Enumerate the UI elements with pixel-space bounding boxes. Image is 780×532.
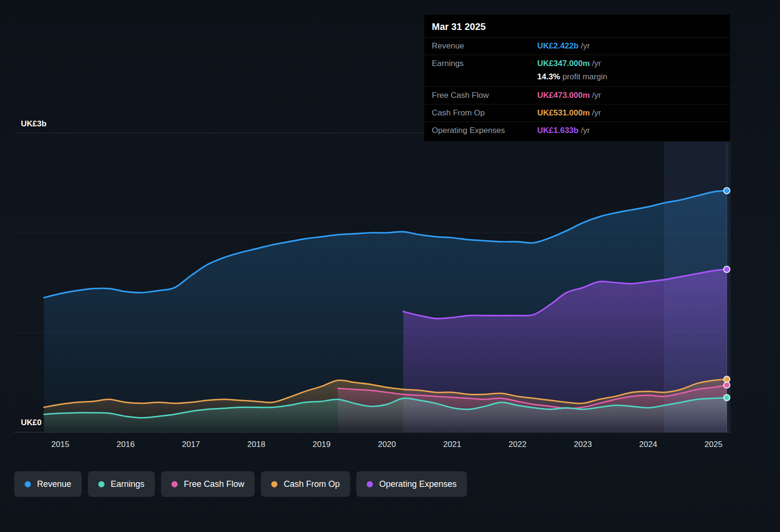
legend-item-operating-expenses[interactable]: Operating Expenses xyxy=(356,471,467,497)
endpoint-dot-operating-expenses xyxy=(724,266,730,273)
tooltip-suffix-earnings: /yr xyxy=(590,59,601,68)
x-axis-label-2022: 2022 xyxy=(499,440,537,449)
y-axis-label-bottom: UK£0 xyxy=(21,418,41,428)
legend-label-free-cash-flow: Free Cash Flow xyxy=(184,479,244,489)
legend-item-earnings[interactable]: Earnings xyxy=(88,471,155,497)
endpoint-dot-free-cash-flow xyxy=(724,382,730,388)
x-axis-label-2018: 2018 xyxy=(238,440,276,449)
legend-item-free-cash-flow[interactable]: Free Cash Flow xyxy=(161,471,255,497)
tooltip-row-revenue: Revenue UK£2.422b /yr xyxy=(424,37,730,55)
highlight-band-overlay xyxy=(665,133,731,432)
legend-label-earnings: Earnings xyxy=(111,479,144,489)
tooltip-label-earnings: Earnings xyxy=(432,59,537,68)
tooltip-label-operating-expenses: Operating Expenses xyxy=(432,126,537,135)
legend-item-revenue[interactable]: Revenue xyxy=(14,471,82,497)
legend-dot-cash-from-op xyxy=(271,481,277,487)
tooltip-suffix-revenue: /yr xyxy=(579,41,590,50)
x-axis-label-2025: 2025 xyxy=(694,440,732,449)
x-axis-label-2017: 2017 xyxy=(172,440,210,449)
legend-dot-free-cash-flow xyxy=(171,481,178,487)
tooltip-suffix-profit-margin: profit margin xyxy=(560,72,607,81)
tooltip-label-cash-from-op: Cash From Op xyxy=(432,108,537,118)
chart-legend: Revenue Earnings Free Cash Flow Cash Fro… xyxy=(14,471,467,497)
legend-label-operating-expenses: Operating Expenses xyxy=(379,479,457,489)
x-axis-label-2019: 2019 xyxy=(303,440,341,449)
tooltip-row-cash-from-op: Cash From Op UK£531.000m /yr xyxy=(424,104,730,122)
x-axis-label-2016: 2016 xyxy=(107,440,145,449)
x-axis-label-2023: 2023 xyxy=(564,440,602,449)
tooltip-value-profit-margin: 14.3% xyxy=(537,72,560,81)
x-axis-label-2015: 2015 xyxy=(41,440,79,449)
tooltip-suffix-operating-expenses: /yr xyxy=(579,126,590,135)
legend-dot-operating-expenses xyxy=(367,481,373,487)
chart-tooltip: Mar 31 2025 Revenue UK£2.422b /yr Earnin… xyxy=(424,14,731,142)
legend-item-cash-from-op[interactable]: Cash From Op xyxy=(261,471,350,497)
endpoint-dot-earnings xyxy=(724,395,730,401)
tooltip-row-profit-margin: 14.3% profit margin xyxy=(424,72,730,86)
legend-label-revenue: Revenue xyxy=(37,479,71,489)
tooltip-row-free-cash-flow: Free Cash Flow UK£473.000m /yr xyxy=(424,86,730,104)
x-axis-label-2024: 2024 xyxy=(629,440,667,449)
tooltip-label-revenue: Revenue xyxy=(432,41,537,51)
tooltip-value-operating-expenses: UK£1.633b xyxy=(537,126,579,135)
tooltip-value-revenue: UK£2.422b xyxy=(537,41,579,50)
x-axis: 2015201620172018201920202021202220232024… xyxy=(0,440,780,451)
tooltip-label-free-cash-flow: Free Cash Flow xyxy=(432,91,537,100)
tooltip-date: Mar 31 2025 xyxy=(424,15,730,37)
y-axis-label-top: UK£3b xyxy=(21,119,47,129)
tooltip-value-earnings: UK£347.000m xyxy=(537,59,590,68)
legend-dot-earnings xyxy=(98,481,105,487)
tooltip-suffix-free-cash-flow: /yr xyxy=(590,91,601,100)
legend-label-cash-from-op: Cash From Op xyxy=(284,479,340,489)
tooltip-row-operating-expenses: Operating Expenses UK£1.633b /yr xyxy=(424,122,730,139)
endpoint-dot-revenue xyxy=(724,188,730,194)
endpoint-dot-cash-from-op xyxy=(724,376,730,382)
legend-dot-revenue xyxy=(25,481,31,487)
tooltip-value-free-cash-flow: UK£473.000m xyxy=(537,91,590,100)
tooltip-value-cash-from-op: UK£531.000m xyxy=(537,108,590,117)
tooltip-suffix-cash-from-op: /yr xyxy=(590,108,601,117)
tooltip-row-earnings: Earnings UK£347.000m /yr xyxy=(424,55,730,72)
x-axis-label-2021: 2021 xyxy=(433,440,471,449)
x-axis-label-2020: 2020 xyxy=(368,440,406,449)
